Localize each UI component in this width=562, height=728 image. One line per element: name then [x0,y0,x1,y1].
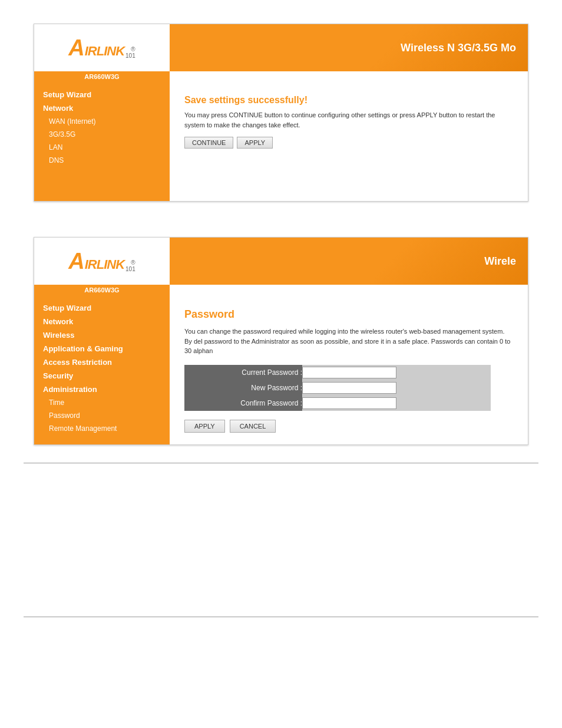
panel1-device-id: AR660W3G [34,71,170,83]
sidebar-item-access-restriction[interactable]: Access Restriction [34,355,170,369]
continue-button[interactable]: CONTINUE [184,137,233,149]
success-description: You may press CONTINUE button to continu… [184,110,513,130]
panel1-banner-text: Wireless N 3G/3.5G Mo [401,42,516,54]
sidebar-item-time[interactable]: Time [34,396,170,409]
panel2-header: A IRLINK ®101 Wirele [34,238,528,285]
panel2-banner-text: Wirele [484,255,516,268]
footer-divider [24,617,538,617]
sidebar-item-app-gaming[interactable]: Application & Gaming [34,342,170,355]
bottom-divider [24,463,538,463]
sidebar-item-security[interactable]: Security [34,369,170,383]
panel1-banner: Wireless N 3G/3.5G Mo [170,24,528,71]
password-page-title: Password [184,308,513,321]
sidebar-item-network[interactable]: Network [34,101,170,115]
logo-101-text: ®101 [125,46,135,59]
sidebar-item-wireless2[interactable]: Wireless [34,328,170,342]
new-password-input-cell [302,380,396,396]
sidebar-item-3g35g[interactable]: 3G/3.5G [34,128,170,141]
panel1-main: Save settings successfully! You may pres… [170,83,528,201]
new-password-label: New Password : [184,380,302,396]
confirm-password-row: Confirm Password : [184,396,491,411]
logo-a-letter: A [68,37,84,59]
confirm-password-label: Confirm Password : [184,396,302,411]
password-description: You can change the password required whi… [184,327,513,356]
current-password-input[interactable] [302,367,396,378]
panel1: A IRLINK ®101 Wireless N 3G/3.5G Mo AR66… [34,24,528,202]
sidebar-item-setup-wizard2[interactable]: Setup Wizard [34,301,170,315]
current-password-input-cell [302,365,396,380]
current-password-label: Current Password : [184,365,302,380]
sidebar-item-remote-mgmt[interactable]: Remote Management [34,422,170,435]
panel2-main: Password You can change the password req… [170,297,528,444]
panel2-logo-a-letter: A [68,250,84,272]
sidebar-item-wan[interactable]: WAN (Internet) [34,115,170,128]
panel1-btn-row: CONTINUE APPLY [184,137,513,149]
panel1-body: Setup Wizard Network WAN (Internet) 3G/3… [34,83,528,201]
apply-button-1[interactable]: APPLY [237,137,273,149]
panel1-sidebar: Setup Wizard Network WAN (Internet) 3G/3… [34,83,170,201]
panel2-body: Setup Wizard Network Wireless Applicatio… [34,297,528,444]
new-password-input[interactable] [302,382,396,394]
success-title: Save settings successfully! [184,95,513,106]
sidebar-item-dns[interactable]: DNS [34,154,170,167]
sidebar-item-lan[interactable]: LAN [34,141,170,154]
sidebar-item-password[interactable]: Password [34,409,170,422]
confirm-password-input[interactable] [302,397,396,409]
password-apply-button[interactable]: APPLY [184,420,225,433]
password-cancel-button[interactable]: CANCEL [230,420,276,433]
sidebar-item-administration[interactable]: Administration [34,383,170,396]
panel2: A IRLINK ®101 Wirele AR660W3G Setup Wiza… [34,237,528,445]
panel2-logo: A IRLINK ®101 [34,238,170,285]
password-form: Current Password : New Password : [184,365,491,411]
sidebar-item-setup-wizard[interactable]: Setup Wizard [34,88,170,101]
new-password-row: New Password : [184,380,491,396]
panel2-device-id: AR660W3G [34,285,170,297]
logo-irlink-text: IRLINK [85,44,124,59]
confirm-password-input-cell [302,396,396,411]
panel1-header: A IRLINK ®101 Wireless N 3G/3.5G Mo [34,24,528,71]
password-btn-row: APPLY CANCEL [184,420,513,433]
panel2-logo-irlink-text: IRLINK [85,257,124,272]
panel1-logo: A IRLINK ®101 [34,24,170,71]
sidebar-item-network2[interactable]: Network [34,315,170,328]
panel2-banner: Wirele [170,238,528,285]
panel2-sidebar: Setup Wizard Network Wireless Applicatio… [34,297,170,444]
bottom-spacer [0,481,562,599]
current-password-row: Current Password : [184,365,491,380]
panel2-logo-101-text: ®101 [125,259,135,272]
